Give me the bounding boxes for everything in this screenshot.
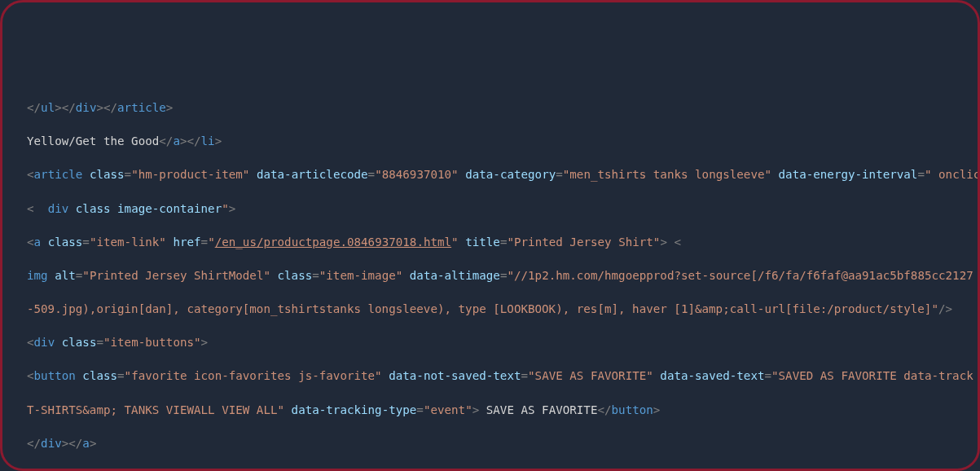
code-line: <article class="hm-product-item" data-ar…: [27, 166, 978, 183]
code-line: </div></a>: [27, 435, 978, 452]
code-line: < div class image-container">: [27, 200, 978, 218]
code-line: img alt="Printed Jersey ShirtModel" clas…: [27, 267, 978, 284]
url-text: /en_us/productpage.0846937018.html: [215, 236, 451, 249]
code-line: <div class="item-buttons">: [27, 334, 978, 351]
code-line: T-SHIRTS&amp; TANKS VIEWALL VIEW ALL" da…: [27, 402, 978, 419]
code-line: -509.jpg),origin[dan], category[mon_tshi…: [27, 301, 978, 318]
code-block[interactable]: </ul></div></article> Yellow/Get the Goo…: [27, 82, 978, 471]
code-line: Yellow/Get the Good</a></li>: [27, 133, 978, 150]
code-line: </ul></div></article>: [27, 99, 978, 117]
code-line: <a class="item-link" href="/en_us/produc…: [27, 234, 978, 251]
code-line: <button class="favorite icon-favorites j…: [27, 368, 978, 385]
